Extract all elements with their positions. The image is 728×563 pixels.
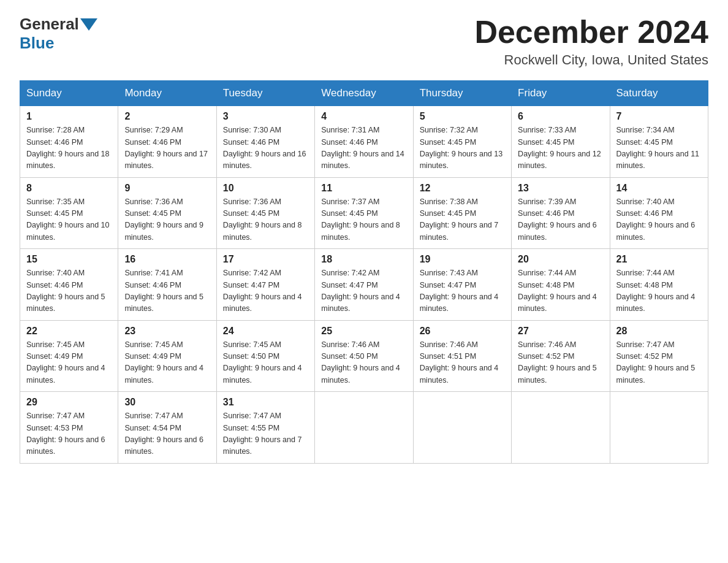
cell-date-number: 27: [518, 326, 603, 337]
calendar-cell: 19Sunrise: 7:43 AMSunset: 4:47 PMDayligh…: [413, 249, 511, 321]
cell-sun-info: Sunrise: 7:45 AMSunset: 4:49 PMDaylight:…: [124, 339, 210, 387]
cell-sun-info: Sunrise: 7:38 AMSunset: 4:45 PMDaylight:…: [420, 196, 505, 244]
page-header: General Blue December 2024 Rockwell City…: [20, 15, 708, 68]
cell-date-number: 13: [518, 183, 603, 194]
calendar-cell: 7Sunrise: 7:34 AMSunset: 4:45 PMDaylight…: [610, 106, 708, 178]
calendar-header-wednesday: Wednesday: [315, 81, 413, 106]
cell-date-number: 22: [26, 326, 112, 337]
calendar-header-friday: Friday: [512, 81, 610, 106]
cell-date-number: 4: [321, 111, 406, 122]
cell-date-number: 23: [124, 326, 210, 337]
logo-general-text: General: [20, 15, 79, 34]
calendar-table: SundayMondayTuesdayWednesdayThursdayFrid…: [20, 80, 708, 464]
calendar-cell: 3Sunrise: 7:30 AMSunset: 4:46 PMDaylight…: [216, 106, 314, 178]
cell-sun-info: Sunrise: 7:39 AMSunset: 4:46 PMDaylight:…: [518, 196, 603, 244]
calendar-cell: 9Sunrise: 7:36 AMSunset: 4:45 PMDaylight…: [118, 177, 216, 249]
calendar-header-sunday: Sunday: [20, 81, 118, 106]
calendar-cell: 23Sunrise: 7:45 AMSunset: 4:49 PMDayligh…: [118, 320, 216, 392]
calendar-cell: 28Sunrise: 7:47 AMSunset: 4:52 PMDayligh…: [610, 320, 708, 392]
cell-date-number: 19: [420, 254, 505, 265]
cell-date-number: 31: [223, 397, 308, 408]
cell-date-number: 6: [518, 111, 603, 122]
cell-sun-info: Sunrise: 7:36 AMSunset: 4:45 PMDaylight:…: [223, 196, 308, 244]
calendar-week-row: 8Sunrise: 7:35 AMSunset: 4:45 PMDaylight…: [20, 177, 708, 249]
cell-date-number: 11: [321, 183, 406, 194]
cell-date-number: 25: [321, 326, 406, 337]
calendar-cell: 22Sunrise: 7:45 AMSunset: 4:49 PMDayligh…: [20, 320, 118, 392]
logo-blue-text: Blue: [20, 34, 54, 53]
cell-sun-info: Sunrise: 7:29 AMSunset: 4:46 PMDaylight:…: [124, 124, 210, 172]
calendar-cell: 25Sunrise: 7:46 AMSunset: 4:50 PMDayligh…: [315, 320, 413, 392]
cell-sun-info: Sunrise: 7:35 AMSunset: 4:45 PMDaylight:…: [26, 196, 112, 244]
cell-sun-info: Sunrise: 7:47 AMSunset: 4:52 PMDaylight:…: [616, 339, 702, 387]
calendar-cell: 14Sunrise: 7:40 AMSunset: 4:46 PMDayligh…: [610, 177, 708, 249]
calendar-header-saturday: Saturday: [610, 81, 708, 106]
cell-sun-info: Sunrise: 7:42 AMSunset: 4:47 PMDaylight:…: [223, 267, 308, 315]
calendar-cell: 4Sunrise: 7:31 AMSunset: 4:46 PMDaylight…: [315, 106, 413, 178]
calendar-cell: 29Sunrise: 7:47 AMSunset: 4:53 PMDayligh…: [20, 392, 118, 464]
cell-sun-info: Sunrise: 7:47 AMSunset: 4:55 PMDaylight:…: [223, 410, 308, 458]
cell-date-number: 30: [124, 397, 210, 408]
cell-date-number: 29: [26, 397, 112, 408]
cell-date-number: 28: [616, 326, 702, 337]
logo-triangle-icon: [80, 18, 97, 31]
calendar-header-thursday: Thursday: [413, 81, 511, 106]
calendar-cell: 6Sunrise: 7:33 AMSunset: 4:45 PMDaylight…: [512, 106, 610, 178]
calendar-week-row: 15Sunrise: 7:40 AMSunset: 4:46 PMDayligh…: [20, 249, 708, 321]
cell-date-number: 14: [616, 183, 702, 194]
calendar-cell: 8Sunrise: 7:35 AMSunset: 4:45 PMDaylight…: [20, 177, 118, 249]
cell-sun-info: Sunrise: 7:40 AMSunset: 4:46 PMDaylight:…: [26, 267, 112, 315]
calendar-week-row: 29Sunrise: 7:47 AMSunset: 4:53 PMDayligh…: [20, 392, 708, 464]
calendar-cell: 18Sunrise: 7:42 AMSunset: 4:47 PMDayligh…: [315, 249, 413, 321]
cell-date-number: 8: [26, 183, 112, 194]
title-area: December 2024 Rockwell City, Iowa, Unite…: [474, 15, 708, 68]
cell-sun-info: Sunrise: 7:46 AMSunset: 4:50 PMDaylight:…: [321, 339, 406, 387]
calendar-cell: [512, 392, 610, 464]
calendar-cell: 27Sunrise: 7:46 AMSunset: 4:52 PMDayligh…: [512, 320, 610, 392]
cell-date-number: 21: [616, 254, 702, 265]
cell-sun-info: Sunrise: 7:36 AMSunset: 4:45 PMDaylight:…: [124, 196, 210, 244]
cell-date-number: 12: [420, 183, 505, 194]
calendar-cell: 10Sunrise: 7:36 AMSunset: 4:45 PMDayligh…: [216, 177, 314, 249]
cell-date-number: 1: [26, 111, 112, 122]
cell-sun-info: Sunrise: 7:46 AMSunset: 4:51 PMDaylight:…: [420, 339, 505, 387]
calendar-header-row: SundayMondayTuesdayWednesdayThursdayFrid…: [20, 81, 708, 106]
cell-date-number: 3: [223, 111, 308, 122]
calendar-cell: [413, 392, 511, 464]
cell-date-number: 18: [321, 254, 406, 265]
calendar-cell: 1Sunrise: 7:28 AMSunset: 4:46 PMDaylight…: [20, 106, 118, 178]
cell-sun-info: Sunrise: 7:33 AMSunset: 4:45 PMDaylight:…: [518, 124, 603, 172]
cell-date-number: 10: [223, 183, 308, 194]
calendar-cell: [610, 392, 708, 464]
calendar-cell: 16Sunrise: 7:41 AMSunset: 4:46 PMDayligh…: [118, 249, 216, 321]
cell-sun-info: Sunrise: 7:45 AMSunset: 4:49 PMDaylight:…: [26, 339, 112, 387]
cell-sun-info: Sunrise: 7:46 AMSunset: 4:52 PMDaylight:…: [518, 339, 603, 387]
calendar-cell: 13Sunrise: 7:39 AMSunset: 4:46 PMDayligh…: [512, 177, 610, 249]
calendar-cell: 26Sunrise: 7:46 AMSunset: 4:51 PMDayligh…: [413, 320, 511, 392]
calendar-week-row: 22Sunrise: 7:45 AMSunset: 4:49 PMDayligh…: [20, 320, 708, 392]
calendar-cell: 11Sunrise: 7:37 AMSunset: 4:45 PMDayligh…: [315, 177, 413, 249]
calendar-cell: 30Sunrise: 7:47 AMSunset: 4:54 PMDayligh…: [118, 392, 216, 464]
cell-date-number: 7: [616, 111, 702, 122]
cell-sun-info: Sunrise: 7:40 AMSunset: 4:46 PMDaylight:…: [616, 196, 702, 244]
cell-date-number: 17: [223, 254, 308, 265]
calendar-header-tuesday: Tuesday: [216, 81, 314, 106]
cell-sun-info: Sunrise: 7:30 AMSunset: 4:46 PMDaylight:…: [223, 124, 308, 172]
cell-sun-info: Sunrise: 7:47 AMSunset: 4:54 PMDaylight:…: [124, 410, 210, 458]
cell-sun-info: Sunrise: 7:37 AMSunset: 4:45 PMDaylight:…: [321, 196, 406, 244]
cell-sun-info: Sunrise: 7:47 AMSunset: 4:53 PMDaylight:…: [26, 410, 112, 458]
cell-date-number: 5: [420, 111, 505, 122]
cell-sun-info: Sunrise: 7:44 AMSunset: 4:48 PMDaylight:…: [616, 267, 702, 315]
cell-date-number: 20: [518, 254, 603, 265]
calendar-header-monday: Monday: [118, 81, 216, 106]
calendar-cell: 12Sunrise: 7:38 AMSunset: 4:45 PMDayligh…: [413, 177, 511, 249]
cell-sun-info: Sunrise: 7:28 AMSunset: 4:46 PMDaylight:…: [26, 124, 112, 172]
calendar-cell: 5Sunrise: 7:32 AMSunset: 4:45 PMDaylight…: [413, 106, 511, 178]
cell-date-number: 16: [124, 254, 210, 265]
cell-date-number: 24: [223, 326, 308, 337]
calendar-week-row: 1Sunrise: 7:28 AMSunset: 4:46 PMDaylight…: [20, 106, 708, 178]
cell-sun-info: Sunrise: 7:44 AMSunset: 4:48 PMDaylight:…: [518, 267, 603, 315]
calendar-cell: 31Sunrise: 7:47 AMSunset: 4:55 PMDayligh…: [216, 392, 314, 464]
cell-date-number: 9: [124, 183, 210, 194]
logo: General Blue: [20, 15, 99, 53]
